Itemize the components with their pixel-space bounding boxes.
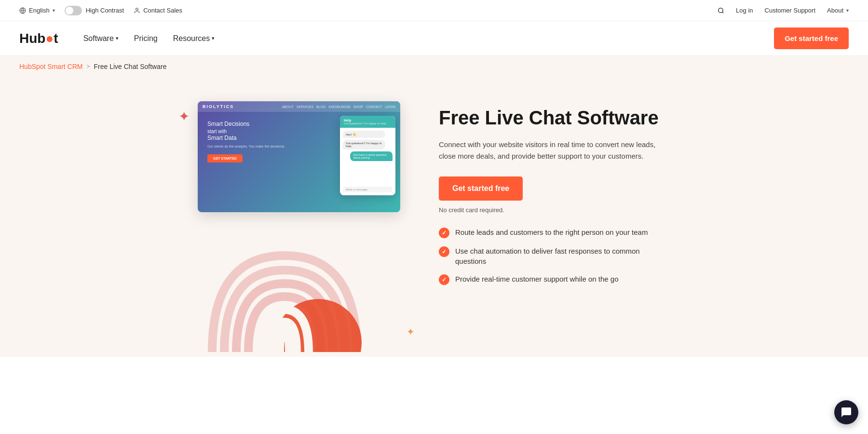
login-link[interactable]: Log in <box>736 7 753 14</box>
sparkle-top-left-icon: ✦ <box>178 108 190 124</box>
nav-left: Hub●t Software ▾ Pricing Resources ▾ <box>19 30 220 47</box>
hero-section: ✦ BIOLYTICS ABOUT SERVICES BLOG KNOWLEDG… <box>0 77 868 357</box>
chat-input-area: Write a message <box>343 187 393 192</box>
nav-software[interactable]: Software ▾ <box>78 30 124 47</box>
customer-support-link[interactable]: Customer Support <box>765 7 816 14</box>
nav-cta-button[interactable]: Get started free <box>774 27 849 49</box>
chat-bubble-icon <box>841 407 852 418</box>
feature-item-2: Use chat automation to deliver fast resp… <box>439 246 670 266</box>
language-selector[interactable]: English ▾ <box>19 7 55 14</box>
chat-msg-user: Got have a quick question about pricing <box>350 151 393 161</box>
no-credit-card-text: No credit card required. <box>439 206 670 214</box>
chat-messages: Hey! 👋 Got questions? I'm happy to help.… <box>340 128 395 164</box>
hero-description: Connect with your website visitors in re… <box>439 139 670 162</box>
feature-item-1: Route leads and customers to the right p… <box>439 227 670 238</box>
feature-text-1: Route leads and customers to the right p… <box>455 227 648 237</box>
svg-point-1 <box>136 8 138 10</box>
hero-cta-button[interactable]: Get started free <box>439 176 523 201</box>
top-bar-right: Log in Customer Support About ▾ <box>718 7 849 14</box>
logo-text: Hub●t <box>19 31 58 46</box>
hero-title: Free Live Chat Software <box>439 106 670 129</box>
resources-chevron: ▾ <box>212 35 215 41</box>
logo[interactable]: Hub●t <box>19 31 58 46</box>
nav-resources[interactable]: Resources ▾ <box>167 30 220 47</box>
chat-msg-2: Got questions? I'm happy to help. <box>343 140 385 149</box>
logo-spot: ● <box>45 31 54 46</box>
nav-links: Software ▾ Pricing Resources ▾ <box>78 30 221 47</box>
chat-widget-header: Help Got questions? I'm happy to help. <box>340 116 395 128</box>
breadcrumb-separator: > <box>86 63 90 70</box>
search-icon-btn[interactable] <box>718 7 724 14</box>
high-contrast-group: High Contrast <box>65 6 124 15</box>
nav-pricing[interactable]: Pricing <box>128 30 163 47</box>
about-menu[interactable]: About ▾ <box>827 7 849 14</box>
feature-text-3: Provide real-time customer support while… <box>455 274 619 284</box>
breadcrumb: HubSpot Smart CRM > Free Live Chat Softw… <box>0 56 868 77</box>
mock-header: BIOLYTICS ABOUT SERVICES BLOG KNOWLEDGE … <box>198 101 400 112</box>
breadcrumb-current: Free Live Chat Software <box>94 63 167 70</box>
chat-bubble-corner[interactable] <box>834 400 858 424</box>
arch-svg <box>198 227 362 352</box>
check-icon-3 <box>439 274 449 285</box>
chat-widget: Help Got questions? I'm happy to help. H… <box>340 116 395 195</box>
hero-right: Free Live Chat Software Connect with you… <box>439 101 670 285</box>
language-label: English <box>29 7 50 14</box>
sparkle-bottom-right-icon: ✦ <box>407 326 415 338</box>
hero-left: ✦ BIOLYTICS ABOUT SERVICES BLOG KNOWLEDG… <box>198 101 400 352</box>
top-bar-left: English ▾ High Contrast Contact Sales <box>19 6 182 15</box>
top-bar: English ▾ High Contrast Contact Sales Lo… <box>0 0 868 21</box>
chat-msg-1: Hey! 👋 <box>343 131 385 138</box>
svg-point-2 <box>719 8 723 12</box>
feature-list: Route leads and customers to the right p… <box>439 227 670 285</box>
software-chevron: ▾ <box>116 35 119 41</box>
high-contrast-toggle[interactable] <box>65 6 82 15</box>
decorative-arches <box>198 227 400 352</box>
main-nav: Hub●t Software ▾ Pricing Resources ▾ Get… <box>0 21 868 56</box>
feature-item-3: Provide real-time customer support while… <box>439 274 670 285</box>
mock-nav: ABOUT SERVICES BLOG KNOWLEDGE SHOP CONTA… <box>282 105 395 108</box>
about-label: About <box>827 7 843 14</box>
mock-cta-button: GET STARTED <box>207 154 243 163</box>
check-icon-1 <box>439 228 449 238</box>
feature-text-2: Use chat automation to deliver fast resp… <box>455 246 670 266</box>
high-contrast-label: High Contrast <box>86 7 124 14</box>
contact-sales-label: Contact Sales <box>143 7 182 14</box>
contact-sales[interactable]: Contact Sales <box>134 7 182 14</box>
mock-logo: BIOLYTICS <box>203 104 234 109</box>
check-icon-2 <box>439 246 449 257</box>
about-chevron: ▾ <box>846 8 849 13</box>
breadcrumb-link[interactable]: HubSpot Smart CRM <box>19 63 82 70</box>
language-chevron: ▾ <box>53 8 55 13</box>
hero-mockup-image: BIOLYTICS ABOUT SERVICES BLOG KNOWLEDGE … <box>198 101 400 212</box>
